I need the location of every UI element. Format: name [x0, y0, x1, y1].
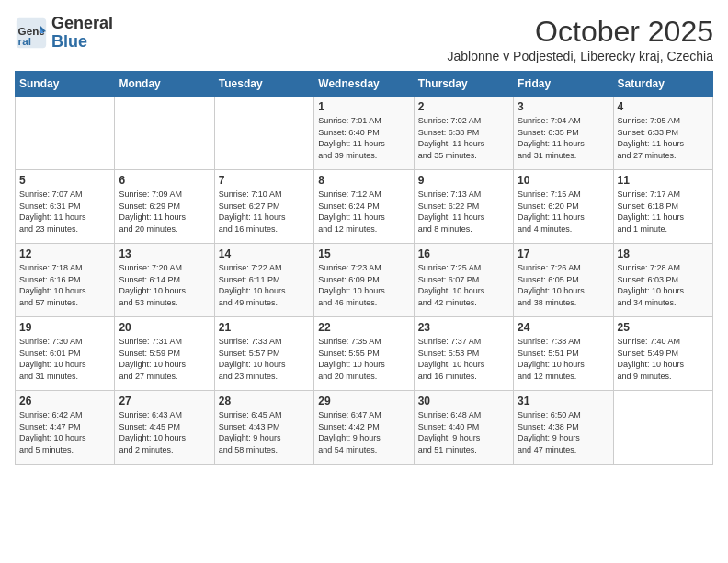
calendar-cell: 9Sunrise: 7:13 AM Sunset: 6:22 PM Daylig…: [414, 170, 513, 244]
day-info: Sunrise: 7:05 AM Sunset: 6:33 PM Dayligh…: [618, 115, 709, 161]
day-info: Sunrise: 7:02 AM Sunset: 6:38 PM Dayligh…: [418, 115, 509, 161]
calendar-cell: 27Sunrise: 6:43 AM Sunset: 4:45 PM Dayli…: [115, 391, 214, 465]
calendar-cell: 28Sunrise: 6:45 AM Sunset: 4:43 PM Dayli…: [214, 391, 313, 465]
day-number: 19: [19, 321, 110, 334]
calendar-cell: 12Sunrise: 7:18 AM Sunset: 6:16 PM Dayli…: [16, 244, 115, 317]
calendar-cell: 5Sunrise: 7:07 AM Sunset: 6:31 PM Daylig…: [16, 170, 115, 244]
day-info: Sunrise: 7:15 AM Sunset: 6:20 PM Dayligh…: [518, 189, 609, 235]
day-number: 26: [19, 395, 110, 408]
svg-text:ral: ral: [18, 34, 31, 46]
day-number: 5: [19, 174, 110, 187]
calendar-cell: 17Sunrise: 7:26 AM Sunset: 6:05 PM Dayli…: [514, 244, 613, 317]
calendar-cell: 2Sunrise: 7:02 AM Sunset: 6:38 PM Daylig…: [414, 97, 513, 170]
day-number: 25: [618, 321, 709, 334]
logo-blue: Blue: [51, 33, 113, 52]
day-info: Sunrise: 6:42 AM Sunset: 4:47 PM Dayligh…: [19, 409, 110, 455]
calendar-cell: 21Sunrise: 7:33 AM Sunset: 5:57 PM Dayli…: [214, 317, 313, 391]
day-number: 27: [119, 395, 210, 408]
header-day-sunday: Sunday: [16, 72, 115, 97]
calendar-cell: 8Sunrise: 7:12 AM Sunset: 6:24 PM Daylig…: [314, 170, 414, 244]
header-day-thursday: Thursday: [414, 72, 513, 97]
day-number: 11: [618, 174, 709, 187]
day-number: 22: [318, 321, 409, 334]
day-info: Sunrise: 7:09 AM Sunset: 6:29 PM Dayligh…: [119, 189, 210, 235]
month-year: October 2025: [448, 15, 714, 49]
day-info: Sunrise: 7:30 AM Sunset: 6:01 PM Dayligh…: [19, 336, 110, 382]
day-number: 17: [518, 247, 609, 260]
day-info: Sunrise: 6:45 AM Sunset: 4:43 PM Dayligh…: [219, 409, 310, 455]
day-info: Sunrise: 7:38 AM Sunset: 5:51 PM Dayligh…: [518, 336, 609, 382]
header-day-wednesday: Wednesday: [314, 72, 414, 97]
day-info: Sunrise: 7:31 AM Sunset: 5:59 PM Dayligh…: [119, 336, 210, 382]
day-info: Sunrise: 7:20 AM Sunset: 6:14 PM Dayligh…: [119, 262, 210, 308]
header-row: SundayMondayTuesdayWednesdayThursdayFrid…: [16, 72, 713, 97]
day-info: Sunrise: 7:23 AM Sunset: 6:09 PM Dayligh…: [318, 262, 409, 308]
day-number: 29: [318, 395, 409, 408]
day-number: 16: [418, 247, 509, 260]
calendar-cell: 6Sunrise: 7:09 AM Sunset: 6:29 PM Daylig…: [115, 170, 214, 244]
calendar-cell: [613, 391, 712, 465]
day-number: 20: [119, 321, 210, 334]
header-day-saturday: Saturday: [613, 72, 712, 97]
day-number: 15: [318, 247, 409, 260]
day-number: 6: [119, 174, 210, 187]
day-info: Sunrise: 6:47 AM Sunset: 4:42 PM Dayligh…: [318, 409, 409, 455]
day-info: Sunrise: 7:01 AM Sunset: 6:40 PM Dayligh…: [318, 115, 409, 161]
day-info: Sunrise: 7:13 AM Sunset: 6:22 PM Dayligh…: [418, 189, 509, 235]
calendar-cell: 1Sunrise: 7:01 AM Sunset: 6:40 PM Daylig…: [314, 97, 414, 170]
day-number: 21: [219, 321, 310, 334]
day-number: 14: [219, 247, 310, 260]
calendar-cell: 18Sunrise: 7:28 AM Sunset: 6:03 PM Dayli…: [613, 244, 712, 317]
calendar-cell: 19Sunrise: 7:30 AM Sunset: 6:01 PM Dayli…: [16, 317, 115, 391]
day-number: 4: [618, 100, 709, 113]
day-info: Sunrise: 7:17 AM Sunset: 6:18 PM Dayligh…: [618, 189, 709, 235]
calendar-cell: 20Sunrise: 7:31 AM Sunset: 5:59 PM Dayli…: [115, 317, 214, 391]
calendar-cell: 11Sunrise: 7:17 AM Sunset: 6:18 PM Dayli…: [613, 170, 712, 244]
day-number: 18: [618, 247, 709, 260]
day-info: Sunrise: 7:07 AM Sunset: 6:31 PM Dayligh…: [19, 189, 110, 235]
calendar-cell: 15Sunrise: 7:23 AM Sunset: 6:09 PM Dayli…: [314, 244, 414, 317]
calendar-week-2: 5Sunrise: 7:07 AM Sunset: 6:31 PM Daylig…: [16, 170, 713, 244]
logo-general: General: [51, 15, 113, 33]
calendar-week-4: 19Sunrise: 7:30 AM Sunset: 6:01 PM Dayli…: [16, 317, 713, 391]
day-info: Sunrise: 7:28 AM Sunset: 6:03 PM Dayligh…: [618, 262, 709, 308]
title-block: October 2025 Jablonne v Podjestedi, Libe…: [448, 15, 714, 63]
logo-text: General Blue: [51, 15, 113, 52]
calendar-body: 1Sunrise: 7:01 AM Sunset: 6:40 PM Daylig…: [16, 97, 713, 465]
calendar-cell: 25Sunrise: 7:40 AM Sunset: 5:49 PM Dayli…: [613, 317, 712, 391]
calendar-cell: 23Sunrise: 7:37 AM Sunset: 5:53 PM Dayli…: [414, 317, 513, 391]
calendar-cell: [115, 97, 214, 170]
calendar-week-5: 26Sunrise: 6:42 AM Sunset: 4:47 PM Dayli…: [16, 391, 713, 465]
day-info: Sunrise: 6:48 AM Sunset: 4:40 PM Dayligh…: [418, 409, 509, 455]
day-info: Sunrise: 6:50 AM Sunset: 4:38 PM Dayligh…: [518, 409, 609, 455]
page-header: Gene ral General Blue October 2025 Jablo…: [15, 15, 713, 63]
day-number: 28: [219, 395, 310, 408]
day-info: Sunrise: 7:25 AM Sunset: 6:07 PM Dayligh…: [418, 262, 509, 308]
calendar-cell: 14Sunrise: 7:22 AM Sunset: 6:11 PM Dayli…: [214, 244, 313, 317]
header-day-monday: Monday: [115, 72, 214, 97]
header-day-tuesday: Tuesday: [214, 72, 313, 97]
calendar-cell: 31Sunrise: 6:50 AM Sunset: 4:38 PM Dayli…: [514, 391, 613, 465]
calendar-cell: 16Sunrise: 7:25 AM Sunset: 6:07 PM Dayli…: [414, 244, 513, 317]
location: Jablonne v Podjestedi, Liberecky kraj, C…: [448, 49, 714, 63]
calendar-cell: 30Sunrise: 6:48 AM Sunset: 4:40 PM Dayli…: [414, 391, 513, 465]
day-number: 10: [518, 174, 609, 187]
calendar-week-1: 1Sunrise: 7:01 AM Sunset: 6:40 PM Daylig…: [16, 97, 713, 170]
calendar-cell: 7Sunrise: 7:10 AM Sunset: 6:27 PM Daylig…: [214, 170, 313, 244]
day-number: 12: [19, 247, 110, 260]
day-number: 31: [518, 395, 609, 408]
calendar-header: SundayMondayTuesdayWednesdayThursdayFrid…: [16, 72, 713, 97]
day-info: Sunrise: 7:10 AM Sunset: 6:27 PM Dayligh…: [219, 189, 310, 235]
day-number: 1: [318, 100, 409, 113]
day-info: Sunrise: 7:18 AM Sunset: 6:16 PM Dayligh…: [19, 262, 110, 308]
day-number: 24: [518, 321, 609, 334]
day-info: Sunrise: 6:43 AM Sunset: 4:45 PM Dayligh…: [119, 409, 210, 455]
calendar-cell: 29Sunrise: 6:47 AM Sunset: 4:42 PM Dayli…: [314, 391, 414, 465]
calendar-cell: 22Sunrise: 7:35 AM Sunset: 5:55 PM Dayli…: [314, 317, 414, 391]
day-number: 23: [418, 321, 509, 334]
day-info: Sunrise: 7:33 AM Sunset: 5:57 PM Dayligh…: [219, 336, 310, 382]
day-info: Sunrise: 7:40 AM Sunset: 5:49 PM Dayligh…: [618, 336, 709, 382]
calendar-table: SundayMondayTuesdayWednesdayThursdayFrid…: [15, 71, 713, 465]
day-number: 8: [318, 174, 409, 187]
day-info: Sunrise: 7:04 AM Sunset: 6:35 PM Dayligh…: [518, 115, 609, 161]
